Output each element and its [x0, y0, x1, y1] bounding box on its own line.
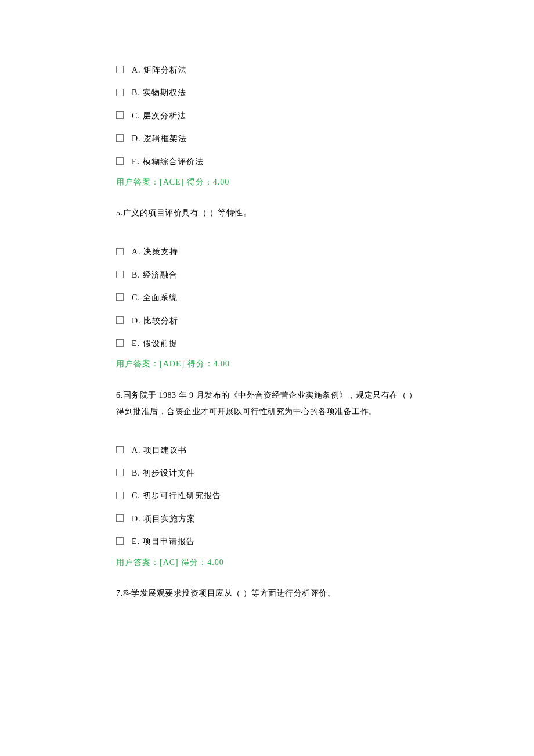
option-row: D. 比较分析 — [116, 315, 421, 327]
option-label: D. 项目实施方案 — [132, 513, 196, 525]
question-text: 6.国务院于 1983 年 9 月发布的《中外合资经营企业实施条例》，规定只有在… — [116, 387, 421, 420]
option-row: A. 决策支持 — [116, 246, 421, 258]
option-row: B. 经济融合 — [116, 269, 421, 282]
option-label: E. 模糊综合评价法 — [132, 156, 204, 168]
question-block-5: 5.广义的项目评价具有（ ）等特性。 A. 决策支持 B. 经济融合 C. 全面… — [116, 205, 421, 370]
checkbox-icon[interactable] — [116, 89, 124, 96]
option-row: E. 模糊综合评价法 — [116, 156, 421, 168]
checkbox-icon[interactable] — [116, 469, 124, 476]
checkbox-icon[interactable] — [116, 134, 124, 142]
checkbox-icon[interactable] — [116, 492, 124, 499]
question-block-7: 7.科学发展观要求投资项目应从（ ）等方面进行分析评价。 — [116, 585, 421, 602]
option-label: A. 决策支持 — [132, 246, 178, 258]
checkbox-icon[interactable] — [116, 66, 124, 73]
options-group: A. 决策支持 B. 经济融合 C. 全面系统 D. 比较分析 E. 假设前提 — [116, 246, 421, 350]
option-label: D. 比较分析 — [132, 315, 178, 327]
options-group: A. 矩阵分析法 B. 实物期权法 C. 层次分析法 D. 逻辑框架法 E. 模… — [116, 64, 421, 168]
user-answer: 用户答案：[ADE] 得分：4.00 — [116, 358, 421, 370]
checkbox-icon[interactable] — [116, 248, 124, 255]
checkbox-icon[interactable] — [116, 537, 124, 545]
option-row: D. 逻辑框架法 — [116, 132, 421, 145]
checkbox-icon[interactable] — [116, 111, 124, 119]
option-label: C. 层次分析法 — [132, 110, 186, 123]
question-block-4: A. 矩阵分析法 B. 实物期权法 C. 层次分析法 D. 逻辑框架法 E. 模… — [116, 64, 421, 189]
option-row: A. 矩阵分析法 — [116, 64, 421, 77]
checkbox-icon[interactable] — [116, 514, 124, 522]
option-label: D. 逻辑框架法 — [132, 132, 187, 145]
option-row: B. 初步设计文件 — [116, 467, 421, 480]
user-answer: 用户答案：[ACE] 得分：4.00 — [116, 176, 421, 189]
checkbox-icon[interactable] — [116, 157, 124, 165]
option-label: E. 假设前提 — [132, 337, 178, 350]
option-row: E. 假设前提 — [116, 337, 421, 350]
option-label: A. 项目建议书 — [132, 444, 187, 457]
checkbox-icon[interactable] — [116, 316, 124, 324]
option-label: B. 实物期权法 — [132, 87, 186, 99]
option-label: B. 初步设计文件 — [132, 467, 195, 480]
option-label: C. 全面系统 — [132, 291, 178, 304]
option-row: B. 实物期权法 — [116, 87, 421, 99]
option-label: B. 经济融合 — [132, 269, 178, 282]
option-row: A. 项目建议书 — [116, 444, 421, 457]
options-group: A. 项目建议书 B. 初步设计文件 C. 初步可行性研究报告 D. 项目实施方… — [116, 444, 421, 549]
checkbox-icon[interactable] — [116, 446, 124, 453]
option-label: E. 项目申请报告 — [132, 535, 195, 548]
checkbox-icon[interactable] — [116, 339, 124, 347]
checkbox-icon[interactable] — [116, 293, 124, 301]
option-row: C. 初步可行性研究报告 — [116, 489, 421, 502]
question-text: 7.科学发展观要求投资项目应从（ ）等方面进行分析评价。 — [116, 585, 421, 602]
question-text: 5.广义的项目评价具有（ ）等特性。 — [116, 205, 421, 221]
checkbox-icon[interactable] — [116, 271, 124, 278]
option-label: C. 初步可行性研究报告 — [132, 489, 221, 502]
option-row: C. 层次分析法 — [116, 110, 421, 123]
user-answer: 用户答案：[AC] 得分：4.00 — [116, 556, 421, 569]
option-row: C. 全面系统 — [116, 291, 421, 304]
question-block-6: 6.国务院于 1983 年 9 月发布的《中外合资经营企业实施条例》，规定只有在… — [116, 387, 421, 569]
option-label: A. 矩阵分析法 — [132, 64, 187, 77]
option-row: E. 项目申请报告 — [116, 535, 421, 548]
option-row: D. 项目实施方案 — [116, 513, 421, 525]
